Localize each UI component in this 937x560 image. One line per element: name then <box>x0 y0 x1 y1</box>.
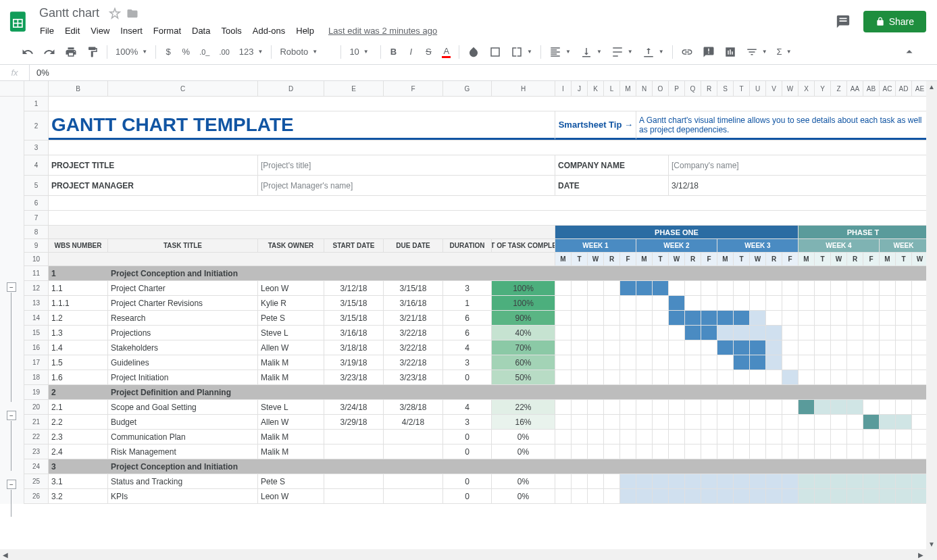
gantt-cell[interactable] <box>863 296 880 310</box>
row-header-6[interactable]: 6 <box>24 196 49 211</box>
vertical-align-button[interactable]: ▼ <box>576 43 606 61</box>
pct-cell[interactable]: 60% <box>492 355 555 370</box>
gantt-cell[interactable] <box>572 340 588 355</box>
gantt-cell[interactable] <box>799 370 815 384</box>
gantt-cell[interactable] <box>750 489 766 503</box>
phase-two-header[interactable]: PHASE T <box>799 226 928 238</box>
gantt-cell[interactable] <box>685 415 701 429</box>
row-header-15[interactable]: 15 <box>24 326 49 340</box>
due-cell[interactable] <box>384 474 443 488</box>
week-header[interactable]: WEEK 3 <box>717 239 799 252</box>
gantt-cell[interactable] <box>831 296 847 310</box>
owner-cell[interactable]: Steve L <box>258 326 324 340</box>
week-header[interactable]: WEEK <box>880 239 928 252</box>
task-title-cell[interactable]: Status and Tracking <box>108 474 258 488</box>
wbs-cell[interactable]: 1.3 <box>49 326 108 340</box>
pct-cell[interactable]: 100% <box>492 281 555 295</box>
cell[interactable] <box>49 226 555 238</box>
owner-cell[interactable]: Kylie R <box>258 296 324 310</box>
due-cell[interactable]: 3/15/18 <box>384 281 443 295</box>
wbs-cell[interactable]: 2.4 <box>49 444 108 459</box>
owner-cell[interactable]: Pete S <box>258 311 324 325</box>
gantt-cell[interactable] <box>620 400 636 414</box>
gantt-cell[interactable] <box>685 326 701 340</box>
gantt-cell[interactable] <box>636 489 653 503</box>
gantt-cell[interactable] <box>685 474 701 488</box>
gantt-cell[interactable] <box>604 311 620 325</box>
gantt-cell[interactable] <box>896 444 912 459</box>
col-header-J[interactable]: J <box>572 81 588 96</box>
task-title-cell[interactable]: Research <box>108 311 258 325</box>
col-header-D[interactable]: D <box>258 81 324 96</box>
col-header-M[interactable]: M <box>620 81 636 96</box>
gantt-cell[interactable] <box>896 370 912 384</box>
gantt-cell[interactable] <box>636 430 653 444</box>
pct-header[interactable]: PCT OF TASK COMPLETE <box>492 239 555 252</box>
gantt-cell[interactable] <box>555 355 572 370</box>
gantt-cell[interactable] <box>863 340 880 355</box>
owner-header[interactable]: TASK OWNER <box>258 239 324 252</box>
gantt-cell[interactable] <box>669 281 685 295</box>
gantt-cell[interactable] <box>588 415 604 429</box>
gantt-cell[interactable] <box>620 489 636 503</box>
owner-cell[interactable]: Malik M <box>258 444 324 459</box>
row-header-9[interactable]: 9 <box>24 239 49 253</box>
gantt-cell[interactable] <box>572 489 588 503</box>
gantt-cell[interactable] <box>588 326 604 340</box>
gantt-cell[interactable] <box>782 326 799 340</box>
gantt-cell[interactable] <box>734 340 750 355</box>
gantt-cell[interactable] <box>799 281 815 295</box>
company-value[interactable]: [Company's name] <box>669 155 928 175</box>
pm-value[interactable]: [Project Manager's name] <box>258 176 555 195</box>
gantt-cell[interactable] <box>896 400 912 414</box>
company-label[interactable]: COMPANY NAME <box>555 155 669 175</box>
gantt-cell[interactable] <box>669 370 685 384</box>
cell[interactable] <box>49 253 555 265</box>
gantt-cell[interactable] <box>782 296 799 310</box>
gantt-cell[interactable] <box>799 311 815 325</box>
gantt-cell[interactable] <box>750 340 766 355</box>
task-title-cell[interactable]: Project Charter Revisions <box>108 296 258 310</box>
gantt-cell[interactable] <box>604 474 620 488</box>
gantt-cell[interactable] <box>831 326 847 340</box>
start-cell[interactable] <box>324 444 384 459</box>
gantt-cell[interactable] <box>636 415 653 429</box>
gantt-cell[interactable] <box>604 415 620 429</box>
gantt-cell[interactable] <box>831 355 847 370</box>
gantt-cell[interactable] <box>734 415 750 429</box>
col-header-N[interactable]: N <box>636 81 653 96</box>
gantt-cell[interactable] <box>815 340 831 355</box>
day-header[interactable]: M <box>555 253 572 265</box>
comments-button[interactable] <box>831 9 855 34</box>
due-cell[interactable]: 3/22/18 <box>384 340 443 355</box>
dur-cell[interactable]: 0 <box>443 489 492 503</box>
gantt-cell[interactable] <box>701 489 717 503</box>
col-header-B[interactable]: B <box>49 81 108 96</box>
gantt-cell[interactable] <box>653 311 669 325</box>
day-header[interactable]: F <box>782 253 799 265</box>
date-label[interactable]: DATE <box>555 176 669 195</box>
start-cell[interactable]: 3/18/18 <box>324 340 384 355</box>
start-cell[interactable] <box>324 489 384 503</box>
task-title-cell[interactable]: Guidelines <box>108 355 258 370</box>
gantt-cell[interactable] <box>766 400 782 414</box>
due-cell[interactable]: 3/16/18 <box>384 296 443 310</box>
due-cell[interactable] <box>384 444 443 459</box>
outline-collapse-2[interactable]: − <box>7 411 16 420</box>
col-header-V[interactable]: V <box>766 81 782 96</box>
row-header-13[interactable]: 13 <box>24 296 49 311</box>
gantt-cell[interactable] <box>815 355 831 370</box>
gantt-cell[interactable] <box>847 370 863 384</box>
start-cell[interactable]: 3/16/18 <box>324 326 384 340</box>
gantt-cell[interactable] <box>604 430 620 444</box>
gantt-cell[interactable] <box>653 400 669 414</box>
gantt-cell[interactable] <box>717 474 734 488</box>
pct-cell[interactable]: 22% <box>492 400 555 414</box>
gantt-cell[interactable] <box>831 400 847 414</box>
gantt-cell[interactable] <box>620 430 636 444</box>
gantt-cell[interactable] <box>653 370 669 384</box>
font-size-dropdown[interactable]: 10▼ <box>345 44 376 59</box>
gantt-cell[interactable] <box>815 400 831 414</box>
owner-cell[interactable]: Pete S <box>258 474 324 488</box>
sheets-logo[interactable] <box>5 8 32 35</box>
